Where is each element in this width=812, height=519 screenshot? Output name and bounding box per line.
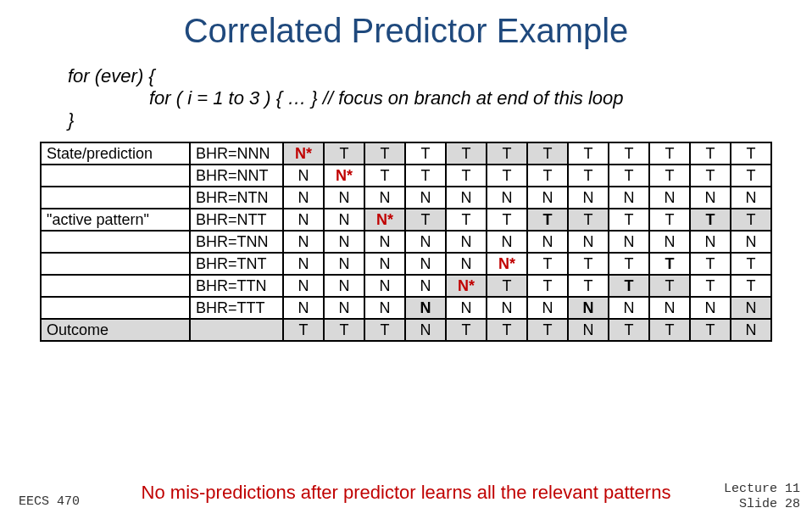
code-line-1: for (ever) { bbox=[68, 65, 812, 87]
pred-cell: T bbox=[690, 275, 731, 297]
pred-cell: N bbox=[446, 297, 487, 319]
outcome-label: Outcome bbox=[41, 319, 190, 341]
pred-cell: N bbox=[324, 253, 364, 275]
code-line-3: } bbox=[68, 109, 812, 131]
pred-cell: T bbox=[731, 253, 771, 275]
pred-cell: N bbox=[731, 231, 771, 253]
row-left-label: "active pattern" bbox=[41, 209, 190, 231]
footer-slide-number: Slide 28 bbox=[739, 497, 800, 511]
pred-cell: T bbox=[568, 165, 609, 187]
pred-cell: N bbox=[283, 187, 324, 209]
pred-cell: N bbox=[283, 209, 324, 231]
outcome-cell: T bbox=[690, 319, 731, 341]
pred-cell: N bbox=[364, 297, 405, 319]
pred-cell: T bbox=[446, 142, 487, 165]
pred-cell: T bbox=[405, 142, 446, 165]
pred-cell: N bbox=[405, 275, 446, 297]
table-row: BHR=TTNNNNNN*TTTTTTT bbox=[41, 275, 771, 297]
outcome-cell: T bbox=[649, 319, 690, 341]
outcome-cell: T bbox=[527, 319, 568, 341]
pred-cell: T bbox=[527, 142, 568, 165]
slide-title: Correlated Predictor Example bbox=[0, 0, 812, 57]
pred-cell: T bbox=[527, 165, 568, 187]
pred-cell: T bbox=[649, 142, 690, 165]
outcome-cell: T bbox=[324, 319, 364, 341]
pred-cell: T bbox=[649, 209, 690, 231]
pred-cell: T bbox=[609, 209, 649, 231]
pred-cell: N* bbox=[446, 275, 487, 297]
outcome-cell: T bbox=[283, 319, 324, 341]
pred-cell: N bbox=[690, 231, 731, 253]
pred-cell: N bbox=[690, 187, 731, 209]
pred-cell: N bbox=[649, 231, 690, 253]
bhr-label: BHR=NNN bbox=[190, 142, 283, 165]
table-row: BHR=TNNNNNNNNNNNNNN bbox=[41, 231, 771, 253]
pred-cell: N bbox=[609, 187, 649, 209]
bhr-label: BHR=NNT bbox=[190, 165, 283, 187]
pred-cell: T bbox=[690, 165, 731, 187]
pred-cell: N bbox=[364, 231, 405, 253]
pred-cell: T bbox=[364, 165, 405, 187]
row-left-label bbox=[41, 297, 190, 319]
pred-cell: T bbox=[609, 142, 649, 165]
pred-cell: T bbox=[487, 275, 527, 297]
pred-cell: N bbox=[649, 297, 690, 319]
pred-cell: N bbox=[527, 231, 568, 253]
outcome-cell: T bbox=[609, 319, 649, 341]
pred-cell: N bbox=[405, 253, 446, 275]
table-row: BHR=NNTNN*TTTTTTTTTT bbox=[41, 165, 771, 187]
pred-cell: T bbox=[446, 209, 487, 231]
row-left-label bbox=[41, 165, 190, 187]
outcome-bhr-empty bbox=[190, 319, 283, 341]
row-left-label: State/prediction bbox=[41, 142, 190, 165]
table-row: BHR=NTNNNNNNNNNNNNN bbox=[41, 187, 771, 209]
pred-cell: N bbox=[487, 231, 527, 253]
pred-cell: T bbox=[568, 275, 609, 297]
pred-cell: N bbox=[690, 297, 731, 319]
pred-cell: N bbox=[283, 253, 324, 275]
predictor-table: State/predictionBHR=NNNN*TTTTTTTTTTTBHR=… bbox=[40, 142, 772, 342]
pred-cell: T bbox=[690, 253, 731, 275]
pred-cell: N bbox=[405, 187, 446, 209]
pred-cell: N bbox=[446, 187, 487, 209]
pred-cell: T bbox=[487, 142, 527, 165]
summary-text: No mis-predictions after predictor learn… bbox=[0, 482, 812, 504]
pred-cell: N bbox=[731, 297, 771, 319]
pred-cell: N bbox=[446, 231, 487, 253]
pred-cell: T bbox=[731, 165, 771, 187]
footer-slide: Lecture 11 Slide 28 bbox=[724, 482, 800, 512]
pred-cell: T bbox=[405, 165, 446, 187]
pred-cell: T bbox=[690, 209, 731, 231]
pred-cell: N bbox=[324, 187, 364, 209]
outcome-cell: T bbox=[487, 319, 527, 341]
pred-cell: T bbox=[649, 165, 690, 187]
outcome-cell: N bbox=[405, 319, 446, 341]
pred-cell: N bbox=[405, 231, 446, 253]
bhr-label: BHR=TTN bbox=[190, 275, 283, 297]
pred-cell: T bbox=[487, 209, 527, 231]
table-row: "active pattern"BHR=NTTNNN*TTTTTTTTT bbox=[41, 209, 771, 231]
pred-cell: T bbox=[649, 253, 690, 275]
outcome-cell: T bbox=[364, 319, 405, 341]
pred-cell: T bbox=[568, 142, 609, 165]
pred-cell: T bbox=[487, 165, 527, 187]
pred-cell: N bbox=[568, 231, 609, 253]
pred-cell: T bbox=[731, 209, 771, 231]
bhr-label: BHR=NTN bbox=[190, 187, 283, 209]
code-block: for (ever) { for ( i = 1 to 3 ) { … } //… bbox=[68, 65, 812, 131]
pred-cell: N bbox=[324, 297, 364, 319]
bhr-label: BHR=TTT bbox=[190, 297, 283, 319]
outcome-cell: T bbox=[446, 319, 487, 341]
pred-cell: T bbox=[731, 142, 771, 165]
footer-lecture: Lecture 11 bbox=[724, 482, 800, 496]
pred-cell: N bbox=[527, 297, 568, 319]
pred-cell: N bbox=[568, 297, 609, 319]
pred-cell: T bbox=[405, 209, 446, 231]
pred-cell: T bbox=[446, 165, 487, 187]
pred-cell: T bbox=[609, 165, 649, 187]
pred-cell: N bbox=[446, 253, 487, 275]
pred-cell: N bbox=[609, 297, 649, 319]
pred-cell: N bbox=[283, 297, 324, 319]
code-line-2: for ( i = 1 to 3 ) { … } // focus on bra… bbox=[68, 87, 812, 109]
pred-cell: T bbox=[690, 142, 731, 165]
